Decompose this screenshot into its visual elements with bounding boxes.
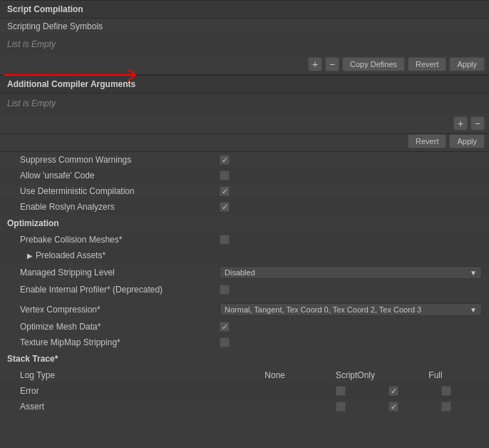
prebake-row: Prebake Collision Meshes* [0, 232, 489, 248]
suppress-warnings-checkbox[interactable] [220, 155, 230, 165]
revert-scripting-define-button[interactable]: Revert [408, 57, 446, 71]
optimize-mesh-label: Optimize Mesh Data* [20, 322, 220, 332]
preloaded-arrow-icon: ▶ [27, 252, 33, 260]
allow-unsafe-label: Allow 'unsafe' Code [20, 170, 220, 180]
full-column-header: Full [418, 370, 453, 380]
error-none-checkbox[interactable] [336, 386, 346, 396]
red-arrow-annotation [0, 61, 164, 86]
assert-scriptonly-checkbox[interactable] [388, 402, 398, 412]
preloaded-row: ▶ Preloaded Assets* [0, 248, 489, 263]
deterministic-checkbox[interactable] [220, 186, 230, 196]
managed-stripping-dropdown[interactable]: Disabled ▼ [220, 266, 482, 279]
error-full-checkbox[interactable] [441, 386, 451, 396]
suppress-warnings-label: Suppress Common Warnings [20, 155, 220, 165]
vertex-dropdown-arrow-icon: ▼ [470, 306, 477, 314]
suppress-warnings-row: Suppress Common Warnings [0, 152, 489, 168]
add-scripting-define-button[interactable]: + [308, 57, 322, 71]
error-scriptonly-checkbox[interactable] [388, 386, 398, 396]
deterministic-row: Use Deterministic Compilation [0, 183, 489, 199]
assert-row-label: Assert [20, 402, 220, 412]
prebake-checkbox[interactable] [220, 235, 230, 245]
scripting-define-label: Scripting Define Symbols [7, 21, 207, 31]
assert-none-checkbox[interactable] [336, 402, 346, 412]
assert-stack-row: Assert [0, 399, 489, 414]
allow-unsafe-row: Allow 'unsafe' Code [0, 168, 489, 183]
additional-compiler-apply-toolbar: Revert Apply [0, 134, 489, 152]
internal-profiler-row: Enable Internal Profiler* (Deprecated) [0, 282, 489, 297]
script-compilation-header: Script Compilation [0, 0, 489, 19]
deterministic-label: Use Deterministic Compilation [20, 186, 220, 196]
additional-compiler-list: List is Empty [0, 93, 489, 113]
additional-compiler-toolbar: + − [0, 113, 489, 134]
error-stack-row: Error [0, 383, 489, 399]
stack-trace-header: Stack Trace* [0, 350, 489, 367]
texture-mipmap-checkbox[interactable] [220, 337, 230, 347]
internal-profiler-label: Enable Internal Profiler* (Deprecated) [20, 285, 220, 295]
none-column-header: None [257, 370, 293, 380]
managed-stripping-row: Managed Stripping Level Disabled ▼ [0, 263, 489, 282]
texture-mipmap-row: Texture MipMap Stripping* [0, 335, 489, 350]
add-compiler-arg-button[interactable]: + [453, 116, 468, 131]
optimize-mesh-checkbox[interactable] [220, 322, 230, 332]
texture-mipmap-label: Texture MipMap Stripping* [20, 337, 220, 347]
roslyn-label: Enable Roslyn Analyzers [20, 202, 220, 212]
allow-unsafe-checkbox[interactable] [220, 170, 230, 180]
managed-stripping-label: Managed Stripping Level [20, 268, 220, 278]
assert-full-checkbox[interactable] [441, 402, 451, 412]
apply-compiler-button[interactable]: Apply [449, 134, 485, 148]
roslyn-row: Enable Roslyn Analyzers [0, 199, 489, 215]
vertex-compression-row: Vertex Compression* Normal, Tangent, Tex… [0, 297, 489, 319]
scriptonly-column-header: ScriptOnly [336, 370, 375, 380]
vertex-compression-label: Vertex Compression* [20, 305, 220, 315]
error-row-label: Error [20, 386, 220, 396]
preloaded-label: Preloaded Assets* [36, 250, 105, 260]
internal-profiler-checkbox[interactable] [220, 285, 230, 295]
dropdown-arrow-icon: ▼ [470, 269, 477, 277]
copy-defines-button[interactable]: Copy Defines [342, 57, 405, 71]
optimize-mesh-row: Optimize Mesh Data* [0, 319, 489, 335]
optimization-header: Optimization [0, 215, 489, 232]
roslyn-checkbox[interactable] [220, 202, 230, 212]
prebake-label: Prebake Collision Meshes* [20, 235, 220, 245]
svg-line-2 [128, 75, 135, 81]
revert-compiler-button[interactable]: Revert [408, 134, 446, 148]
scripting-define-list: List is Empty [0, 34, 489, 54]
svg-line-1 [128, 69, 135, 75]
log-type-label: Log Type [20, 370, 55, 380]
apply-scripting-define-button[interactable]: Apply [449, 57, 485, 71]
remove-compiler-arg-button[interactable]: − [470, 116, 485, 131]
vertex-compression-dropdown[interactable]: Normal, Tangent, Tex Coord 0, Tex Coord … [220, 303, 482, 316]
remove-scripting-define-button[interactable]: − [325, 57, 339, 71]
stack-trace-column-headers: Log Type None ScriptOnly Full [0, 367, 489, 383]
